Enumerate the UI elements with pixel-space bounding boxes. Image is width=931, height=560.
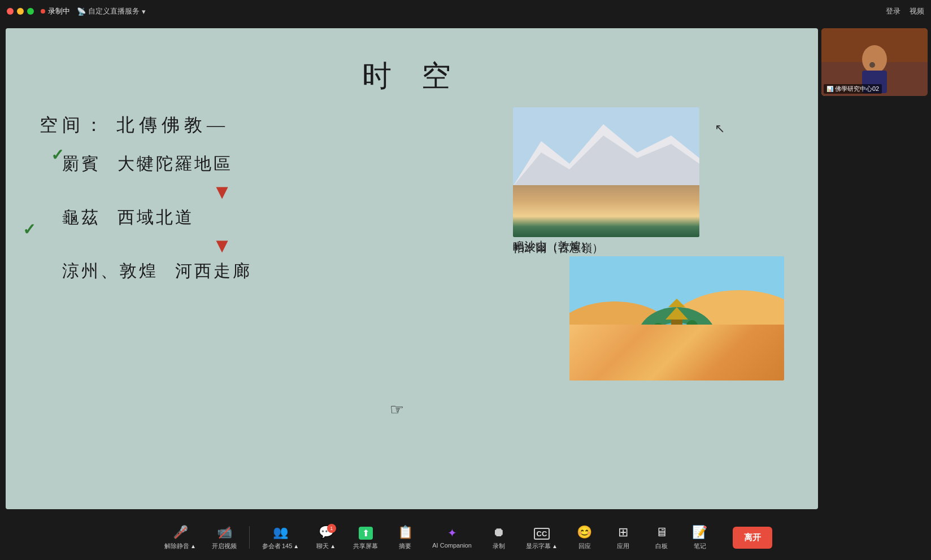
share-arrow-icon: ⬆ bbox=[359, 527, 373, 540]
slide-title: 时 空 bbox=[6, 56, 818, 96]
arrow-down-2: ▼ bbox=[192, 234, 252, 257]
login-button[interactable]: 登录 bbox=[886, 6, 900, 16]
toolbar-notes[interactable]: 📝 笔记 bbox=[683, 522, 717, 554]
flow-row-3: 涼州、敦煌 河西走廊 bbox=[62, 260, 252, 283]
toolbar-whiteboard[interactable]: 🖥 白板 bbox=[645, 522, 678, 554]
traffic-lights bbox=[7, 8, 34, 15]
record-label: 录制 bbox=[493, 542, 505, 550]
participants-icon: 👥 bbox=[273, 525, 288, 540]
participants-count: 145 bbox=[282, 542, 292, 549]
recording-indicator: 录制中 bbox=[41, 6, 70, 16]
bottom-toolbar: 🎤 解除静音 ▲ 📹 开启视频 👥 参会者 145 ▲ 💬 1 聊天 bbox=[0, 515, 931, 560]
check-mark-2: ✓ bbox=[23, 220, 36, 239]
flow-row-2: 龜茲 西域北道 bbox=[62, 206, 252, 229]
svg-rect-16 bbox=[657, 330, 659, 341]
svg-rect-3 bbox=[513, 186, 699, 215]
flow-diagram: 罽賓 大犍陀羅地區 ▼ 龜茲 西域北道 ▼ 涼州、敦煌 河西走廊 bbox=[62, 152, 252, 287]
react-icon: 😊 bbox=[577, 525, 592, 540]
video-mute-line bbox=[219, 527, 230, 539]
video-quality-button[interactable]: 视频 bbox=[910, 6, 924, 16]
cursor-hand: ☞ bbox=[390, 400, 404, 419]
ai-companion-label: AI Companion bbox=[432, 542, 472, 549]
toolbar-chat[interactable]: 💬 1 聊天 ▲ bbox=[309, 522, 343, 554]
apps-label: 应用 bbox=[617, 542, 629, 550]
recording-dot bbox=[41, 9, 45, 14]
flow-western: 西域北道 bbox=[118, 206, 194, 229]
react-label: 回应 bbox=[578, 542, 591, 550]
flow-qiuci: 龜茲 bbox=[62, 206, 101, 229]
images-area: 帕米爾（古蔥嶺） 鳴沙山（敦煌） bbox=[513, 107, 807, 380]
share-icon: ⬆ bbox=[359, 525, 373, 540]
chat-label: 聊天 bbox=[316, 542, 329, 550]
minimize-button[interactable] bbox=[17, 8, 24, 15]
spatial-label: 空间： 北傳佛教— bbox=[40, 113, 229, 138]
notes-icon: 📝 bbox=[692, 525, 707, 540]
slide-body: 空间： 北傳佛教— ✓ ✓ 罽賓 大犍陀羅地區 ▼ 龜茲 西域北道 bbox=[6, 96, 818, 509]
toolbar-react[interactable]: 😊 回应 bbox=[568, 522, 602, 554]
svg-rect-13 bbox=[671, 320, 682, 336]
subtitle-icon: CC bbox=[534, 525, 550, 540]
toolbar-video[interactable]: 📹 开启视频 bbox=[206, 522, 242, 554]
toolbar-subtitle[interactable]: CC 显示字幕 ▲ bbox=[520, 522, 563, 554]
svg-point-10 bbox=[569, 335, 784, 380]
unmute-label: 解除静音 bbox=[164, 542, 189, 550]
chat-badge: 1 bbox=[327, 524, 336, 533]
share-label: 共享屏幕 bbox=[353, 542, 378, 550]
chevron-up-icon: ▲ bbox=[190, 543, 196, 549]
broadcast-label: 自定义直播服务 bbox=[88, 6, 140, 16]
svg-rect-4 bbox=[513, 200, 699, 220]
pamir-image bbox=[513, 107, 699, 237]
separator-1 bbox=[249, 526, 250, 549]
subtitle-chevron-icon: ▲ bbox=[552, 543, 558, 549]
participant-video[interactable]: 📊 佛學研究中心02 bbox=[821, 28, 928, 96]
flow-gandara: 大犍陀羅地區 bbox=[118, 152, 233, 176]
toolbar-share[interactable]: ⬆ 共享屏幕 bbox=[347, 522, 384, 554]
toolbar-participants[interactable]: 👥 参会者 145 ▲ bbox=[256, 522, 304, 554]
video-label: 开启视频 bbox=[212, 542, 237, 550]
microphone-icon: 🎤 bbox=[173, 525, 188, 540]
arrow-down-1: ▼ bbox=[192, 180, 252, 204]
apps-icon: ⊞ bbox=[618, 525, 628, 540]
toolbar-unmute[interactable]: 🎤 解除静音 ▲ bbox=[159, 522, 202, 554]
svg-rect-6 bbox=[513, 212, 699, 237]
whiteboard-icon: 🖥 bbox=[655, 525, 668, 540]
participants-label: 参会者 bbox=[262, 542, 281, 550]
chevron-down-icon: ▾ bbox=[142, 7, 146, 16]
toolbar-summary[interactable]: 📋 摘要 bbox=[388, 522, 422, 554]
svg-point-17 bbox=[652, 323, 664, 334]
broadcast-icon: 📡 bbox=[77, 7, 86, 16]
dunhuang-image bbox=[569, 256, 784, 380]
flow-hexi: 河西走廊 bbox=[175, 260, 252, 283]
broadcast-button[interactable]: 📡 自定义直播服务 ▾ bbox=[77, 6, 146, 16]
toolbar-ai-companion[interactable]: ✦ AI Companion bbox=[427, 523, 477, 552]
toolbar-apps[interactable]: ⊞ 应用 bbox=[606, 522, 640, 554]
svg-rect-18 bbox=[691, 327, 693, 339]
subtitle-label: 显示字幕 bbox=[526, 542, 551, 550]
whiteboard-label: 白板 bbox=[655, 542, 668, 550]
record-icon: ⏺ bbox=[493, 525, 505, 540]
video-icon: 📹 bbox=[217, 525, 232, 540]
spatial-section: 空间： 北傳佛教— bbox=[40, 113, 229, 138]
svg-point-19 bbox=[686, 320, 698, 331]
flow-jibin: 罽賓 bbox=[62, 152, 101, 176]
recording-label: 录制中 bbox=[48, 6, 70, 16]
signal-icon: 📊 bbox=[826, 86, 833, 92]
toolbar-record[interactable]: ⏺ 录制 bbox=[482, 522, 516, 554]
cc-box: CC bbox=[534, 528, 550, 540]
svg-point-22 bbox=[862, 45, 887, 73]
summary-label: 摘要 bbox=[399, 542, 411, 550]
chat-icon: 💬 1 bbox=[319, 525, 334, 540]
leave-button[interactable]: 离开 bbox=[733, 527, 772, 549]
close-button[interactable] bbox=[7, 8, 14, 15]
participants-chevron-icon: ▲ bbox=[293, 543, 299, 549]
ai-companion-icon: ✦ bbox=[447, 526, 457, 540]
fullscreen-button[interactable] bbox=[27, 8, 34, 15]
flow-row-1: 罽賓 大犍陀羅地區 bbox=[62, 152, 252, 176]
svg-point-12 bbox=[651, 322, 702, 362]
participant-label: 📊 佛學研究中心02 bbox=[824, 84, 882, 94]
svg-rect-5 bbox=[547, 195, 660, 206]
main-content: ↖ 时 空 空间： 北傳佛教— ✓ ✓ 罽賓 大犍陀羅地區 ▼ bbox=[0, 23, 931, 515]
participant-name: 佛學研究中心02 bbox=[835, 85, 879, 93]
svg-point-24 bbox=[869, 62, 875, 68]
summary-icon: 📋 bbox=[398, 525, 413, 540]
